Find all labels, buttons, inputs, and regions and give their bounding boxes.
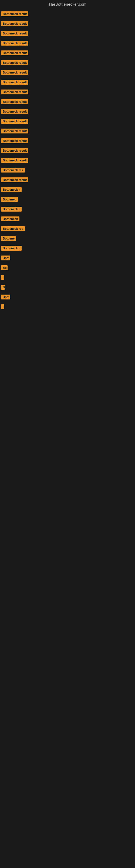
list-item: Bottleneck result <box>0 78 135 87</box>
bottleneck-result-label[interactable]: Bottleneck <box>1 216 19 221</box>
bottleneck-result-label[interactable]: Bottleneck res <box>1 226 25 231</box>
bottleneck-result-label[interactable]: Bottleneck r <box>1 207 21 212</box>
list-item: Bottleneck result <box>0 176 135 185</box>
bottleneck-result-label[interactable]: Bottleneck result <box>1 11 28 16</box>
bottleneck-result-label[interactable]: Bottleneck result <box>1 60 28 65</box>
list-item: Bottleneck result <box>0 29 135 38</box>
bottleneck-result-label[interactable]: Bottleneck result <box>1 177 28 182</box>
list-item: Bottlene <box>0 235 135 244</box>
list-item: | <box>0 273 135 283</box>
items-container: Bottleneck resultBottleneck resultBottle… <box>0 9 135 314</box>
bottleneck-result-label[interactable]: Bottleneck result <box>1 90 28 94</box>
bottleneck-result-label[interactable]: B <box>1 285 5 290</box>
list-item: Bottleneck result <box>0 59 135 68</box>
list-item: Bottleneck r <box>0 205 135 214</box>
list-item: Bottleneck result <box>0 98 135 107</box>
list-item: Bottleneck result <box>0 68 135 78</box>
list-item: Bottleneck result <box>0 127 135 136</box>
bottleneck-result-label[interactable]: Bottleneck result <box>1 21 28 26</box>
list-item: Bottleneck result <box>0 20 135 29</box>
list-item: Bo <box>0 264 135 273</box>
list-item: Bottleneck res <box>0 166 135 175</box>
bottleneck-result-label[interactable]: Bottleneck result <box>1 41 28 45</box>
bottleneck-result-label[interactable]: Bottleneck result <box>1 148 28 153</box>
bottleneck-result-label[interactable]: | <box>1 275 4 280</box>
bottleneck-result-label[interactable]: Bottlenec <box>1 197 18 202</box>
bottleneck-result-label[interactable]: | <box>1 304 4 309</box>
list-item: Bott <box>0 293 135 302</box>
list-item: Bottleneck result <box>0 137 135 146</box>
list-item: Bottlenec <box>0 195 135 205</box>
bottleneck-result-label[interactable]: Bottleneck result <box>1 99 28 104</box>
list-item: Bottleneck <box>0 215 135 224</box>
list-item: Bottleneck result <box>0 88 135 97</box>
bottleneck-result-label[interactable]: Bottleneck result <box>1 129 28 133</box>
list-item: Bottleneck result <box>0 156 135 165</box>
list-item: Bottleneck result <box>0 49 135 58</box>
bottleneck-result-label[interactable]: Bottleneck r <box>1 187 21 192</box>
list-item: Bottleneck r <box>0 244 135 253</box>
list-item: Bott <box>0 254 135 263</box>
list-item: Bottleneck result <box>0 117 135 126</box>
bottleneck-result-label[interactable]: Bottleneck result <box>1 80 28 85</box>
bottleneck-result-label[interactable]: Bottleneck result <box>1 158 28 163</box>
bottleneck-result-label[interactable]: Bottleneck result <box>1 109 28 114</box>
list-item: Bottleneck result <box>0 10 135 19</box>
bottleneck-result-label[interactable]: Bottleneck result <box>1 51 28 55</box>
list-item: B <box>0 283 135 292</box>
bottleneck-result-label[interactable]: Bottlene <box>1 236 16 241</box>
list-item: Bottleneck result <box>0 39 135 48</box>
bottleneck-result-label[interactable]: Bottleneck res <box>1 167 25 173</box>
bottleneck-result-label[interactable]: Bottleneck result <box>1 119 28 124</box>
bottleneck-result-label[interactable]: Bott <box>1 294 10 300</box>
bottleneck-result-label[interactable]: Bottleneck result <box>1 70 28 75</box>
list-item: | <box>0 303 135 312</box>
bottleneck-result-label[interactable]: Bottleneck result <box>1 138 28 143</box>
list-item: Bottleneck result <box>0 107 135 117</box>
bottleneck-result-label[interactable]: Bottleneck result <box>1 31 28 36</box>
list-item: Bottleneck res <box>0 225 135 234</box>
site-title: TheBottlenecker.com <box>0 0 135 9</box>
bottleneck-result-label[interactable]: Bott <box>1 255 10 260</box>
bottleneck-result-label[interactable]: Bo <box>1 265 8 270</box>
bottleneck-result-label[interactable]: Bottleneck r <box>1 246 21 251</box>
list-item: Bottleneck result <box>0 147 135 156</box>
list-item: Bottleneck r <box>0 186 135 195</box>
